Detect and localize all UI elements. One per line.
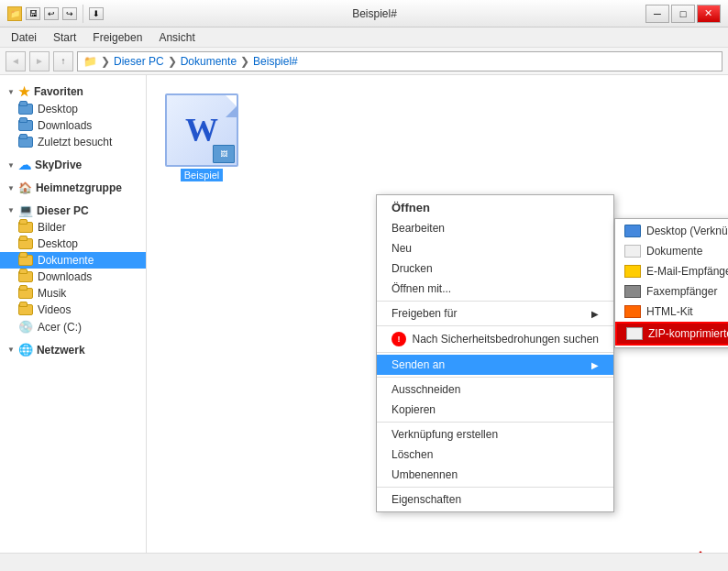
file-overlay-icon: 🖼: [213, 145, 235, 163]
sidebar-section-heimnetz: ▼ 🏠 Heimnetzgruppe: [0, 180, 146, 196]
ctx-eigenschaften[interactable]: Eigenschaften: [377, 489, 613, 510]
address-path: 📁 ❯ Dieser PC ❯ Dokumente ❯ Beispiel#: [77, 51, 722, 71]
properties-btn[interactable]: ⬇: [89, 7, 104, 20]
address-bar: ◄ ► ↑ 📁 ❯ Dieser PC ❯ Dokumente ❯ Beispi…: [0, 48, 728, 75]
overlay-text: 🖼: [220, 150, 227, 159]
skydrive-label: SkyDrive: [35, 159, 82, 171]
desktop2-folder-icon: [18, 238, 33, 249]
ctx-senden-an[interactable]: Senden an ▶: [377, 355, 613, 375]
sub-html[interactable]: HTML-Kit: [615, 302, 728, 322]
favoriten-label: Favoriten: [34, 85, 83, 98]
menu-bar: Datei Start Freigeben Ansicht: [0, 27, 728, 48]
sidebar-section-favoriten: ▼ ★ Favoriten Desktop Downloads Zuletzt …: [0, 82, 146, 150]
up-btn[interactable]: ↑: [53, 51, 73, 71]
content-area: W 🖼 Beispiel Öffnen Bearbeiten Neu Druck…: [147, 75, 728, 569]
menu-ansicht[interactable]: Ansicht: [151, 29, 202, 46]
sidebar-section-dieser-pc: ▼ 💻 Dieser PC Bilder Desktop Dokumente D…: [0, 202, 146, 335]
ctx-sicherheit[interactable]: ! Nach Sicherheitsbedrohungen suchen: [377, 328, 613, 350]
toolbar-separator: [83, 5, 83, 23]
sub-zip[interactable]: ZIP-komprimierter Ordner: [615, 322, 728, 346]
path-sep-1: ❯: [101, 55, 110, 68]
path-sep-2: ❯: [168, 55, 177, 68]
sidebar-item-downloads[interactable]: Downloads: [0, 117, 146, 134]
sidebar-item-videos[interactable]: Videos: [0, 302, 146, 318]
sidebar-header-favoriten[interactable]: ▼ ★ Favoriten: [0, 82, 146, 101]
path-dieser-pc[interactable]: Dieser PC: [114, 55, 164, 68]
sidebar-item-desktop2[interactable]: Desktop: [0, 236, 146, 252]
menu-datei[interactable]: Datei: [4, 29, 44, 46]
sidebar-header-dieser-pc[interactable]: ▼ 💻 Dieser PC: [0, 202, 146, 219]
zuletzt-label: Zuletzt besucht: [38, 136, 112, 148]
favoriten-star-icon: ★: [18, 84, 30, 99]
ctx-drucken[interactable]: Drucken: [377, 258, 613, 279]
ctx-loeschen[interactable]: Löschen: [377, 445, 613, 465]
minimize-btn[interactable]: ─: [645, 5, 669, 23]
sub-html-label: HTML-Kit: [646, 305, 693, 318]
sub-dokumente[interactable]: Dokumente: [615, 241, 728, 261]
file-beispiel[interactable]: W 🖼 Beispiel: [165, 93, 238, 181]
acer-label: Acer (C:): [38, 321, 82, 334]
title-bar-left: 📁 🖫 ↩ ↪ ⬇: [7, 5, 104, 23]
musik-label: Musik: [38, 287, 66, 300]
favoriten-arrow-icon: ▼: [7, 88, 15, 96]
dieser-pc-label: Dieser PC: [37, 204, 89, 217]
sidebar-header-netzwerk[interactable]: ▼ 🌐 Netzwerk: [0, 341, 146, 358]
sidebar-header-skydrive[interactable]: ▼ ☁ SkyDrive: [0, 156, 146, 174]
musik-folder-icon: [18, 288, 33, 299]
sidebar-item-dokumente[interactable]: Dokumente: [0, 252, 146, 269]
maximize-btn[interactable]: □: [671, 5, 695, 23]
ctx-freigeben[interactable]: Freigeben für ▶: [377, 303, 613, 324]
sidebar-item-zuletzt[interactable]: Zuletzt besucht: [0, 134, 146, 150]
sidebar-item-downloads2[interactable]: Downloads: [0, 269, 146, 285]
ctx-umbenennen[interactable]: Umbenennen: [377, 465, 613, 485]
downloads2-label: Downloads: [38, 270, 92, 283]
ctx-verknuepfung[interactable]: Verknüpfung erstellen: [377, 424, 613, 445]
downloads2-folder-icon: [18, 271, 33, 282]
forward-btn[interactable]: ►: [29, 51, 50, 71]
ctx-kopieren[interactable]: Kopieren: [377, 400, 613, 420]
ctx-oeffnen-mit[interactable]: Öffnen mit...: [377, 279, 613, 299]
sidebar-item-desktop[interactable]: Desktop: [0, 101, 146, 117]
desktop-folder-icon: [18, 104, 33, 115]
menu-freigeben[interactable]: Freigeben: [85, 29, 149, 46]
netzwerk-arrow-icon: ▼: [7, 346, 15, 354]
acer-drive-icon: 💿: [18, 320, 33, 334]
quick-access-btn[interactable]: 🖫: [26, 7, 40, 20]
undo-btn[interactable]: ↩: [44, 7, 59, 20]
sub-email-label: E-Mail-Empfänger: [646, 265, 728, 278]
sub-desktop[interactable]: Desktop (Verknüpfung erstellen): [615, 221, 728, 241]
ctx-oeffnen[interactable]: Öffnen: [377, 197, 613, 218]
path-dokumente[interactable]: Dokumente: [181, 55, 237, 68]
sub-fax-label: Faxempfänger: [646, 285, 717, 298]
word-w-icon: W: [185, 111, 218, 149]
sub-fax[interactable]: Faxempfänger: [615, 281, 728, 302]
ctx-senden-arrow: ▶: [591, 360, 599, 370]
sub-html-icon: [624, 305, 641, 318]
ctx-freigeben-label: Freigeben für: [392, 307, 457, 320]
sidebar-item-musik[interactable]: Musik: [0, 285, 146, 302]
sidebar-header-heimnetz[interactable]: ▼ 🏠 Heimnetzgruppe: [0, 180, 146, 196]
back-btn[interactable]: ◄: [6, 51, 26, 71]
redo-btn[interactable]: ↪: [62, 7, 77, 20]
bilder-folder-icon: [18, 222, 33, 233]
heimnetz-arrow-icon: ▼: [7, 184, 15, 192]
window-controls: ─ □ ✕: [645, 5, 721, 23]
sidebar-item-acer[interactable]: 💿 Acer (C:): [0, 318, 146, 335]
zuletzt-folder-icon: [18, 137, 33, 148]
ctx-neu[interactable]: Neu: [377, 238, 613, 258]
sidebar-item-bilder[interactable]: Bilder: [0, 219, 146, 236]
sub-email[interactable]: E-Mail-Empfänger: [615, 261, 728, 281]
skydrive-cloud-icon: ☁: [18, 158, 31, 172]
path-beispiel[interactable]: Beispiel#: [253, 55, 298, 68]
sub-desktop-icon: [624, 225, 641, 237]
videos-folder-icon: [18, 304, 33, 315]
ctx-sep-6: [377, 487, 613, 488]
main-layout: ▼ ★ Favoriten Desktop Downloads Zuletzt …: [0, 75, 728, 569]
heimnetz-icon: 🏠: [18, 181, 32, 194]
menu-start[interactable]: Start: [46, 29, 83, 46]
sidebar-section-netzwerk: ▼ 🌐 Netzwerk: [0, 341, 146, 358]
ctx-bearbeiten[interactable]: Bearbeiten: [377, 218, 613, 238]
ctx-ausschneiden[interactable]: Ausschneiden: [377, 379, 613, 400]
close-btn[interactable]: ✕: [697, 5, 721, 23]
path-sep-3: ❯: [240, 55, 249, 68]
